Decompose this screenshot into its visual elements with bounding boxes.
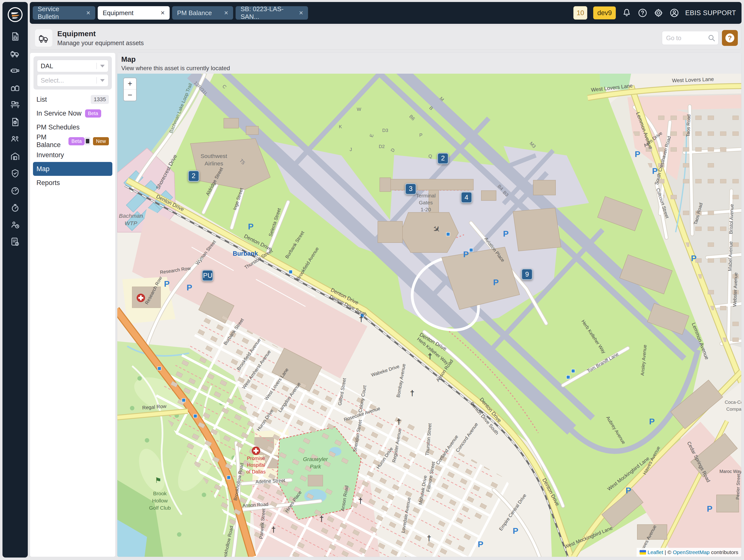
- new-badge: New: [93, 137, 109, 145]
- map-label: Peeler Street: [735, 474, 741, 500]
- map-viewport[interactable]: PPPPPPPPPPPPPP††††††††✈⚑ Denton DriveDen…: [117, 74, 741, 557]
- transit-stop-icon: [470, 248, 473, 252]
- asset-nav-panel: DAL Select... List1335In Service NowBeta…: [30, 52, 116, 557]
- map-label: Gates: [419, 200, 433, 206]
- records-icon[interactable]: [10, 236, 20, 247]
- engines-icon[interactable]: [10, 66, 20, 76]
- transit-stop-icon: [194, 414, 197, 418]
- count-badge: 1335: [91, 95, 109, 104]
- filter-box: DAL Select...: [34, 56, 112, 89]
- equipment-icon[interactable]: [10, 48, 20, 59]
- cluster-marker-9[interactable]: 9: [521, 269, 533, 280]
- parking-icon: P: [248, 222, 254, 231]
- attribution-copyright: ©: [668, 549, 671, 555]
- tab-close-icon[interactable]: ×: [80, 9, 90, 17]
- facility-select[interactable]: DAL: [37, 60, 108, 72]
- tab-service-bulletin[interactable]: Service Bulletin×: [33, 6, 95, 20]
- timers-icon[interactable]: [10, 202, 20, 213]
- map-card-header: Map View where this asset is currently l…: [117, 53, 741, 74]
- cluster-marker-3[interactable]: 3: [405, 183, 416, 195]
- service-bulletin-icon[interactable]: [10, 31, 20, 42]
- gauges-icon[interactable]: [10, 185, 20, 196]
- user-icon[interactable]: [669, 8, 679, 18]
- facilities-icon[interactable]: [10, 151, 20, 161]
- map-label: WTP: [124, 220, 137, 226]
- leaflet-link[interactable]: Leaflet: [647, 549, 663, 555]
- zoom-in-button[interactable]: +: [124, 78, 136, 89]
- tab-close-icon[interactable]: ×: [293, 9, 303, 17]
- gear-icon[interactable]: [654, 8, 663, 18]
- map-label: Hospital: [247, 462, 265, 468]
- rail-icon-list: [2, 31, 28, 247]
- zoom-out-button[interactable]: −: [124, 89, 136, 101]
- user-name[interactable]: EBIS SUPPORT: [685, 9, 736, 17]
- hospital-cross-icon: [252, 446, 260, 455]
- transit-stop-icon: [566, 375, 570, 379]
- sidebar-item-reports[interactable]: Reports: [33, 176, 112, 190]
- cluster-marker-4[interactable]: 4: [461, 192, 472, 203]
- sidebar-item-inventory[interactable]: Inventory: [33, 148, 112, 162]
- top-bar: Service Bulletin×Equipment×PM Balance×SB…: [30, 2, 742, 24]
- parking-icon: P: [478, 539, 483, 549]
- page-header: Equipment Manage your equipment assets ?: [30, 26, 742, 49]
- environment-badge[interactable]: dev9: [593, 6, 616, 20]
- map-label: Taos Road: [685, 114, 692, 137]
- help-icon[interactable]: [638, 8, 647, 18]
- tab-close-icon[interactable]: ×: [154, 9, 165, 17]
- attribution-suffix: contributors: [711, 549, 738, 555]
- page-title: Equipment: [57, 30, 96, 38]
- map-label: Grauwyler: [303, 456, 328, 462]
- sidebar-item-list[interactable]: List1335: [33, 92, 112, 106]
- map-label: Promise: [247, 456, 265, 461]
- app-root: Service Bulletin×Equipment×PM Balance×SB…: [0, 0, 744, 560]
- church-icon: †: [358, 496, 363, 505]
- parking-icon: P: [186, 283, 192, 292]
- sidebar-item-map[interactable]: Map: [33, 162, 112, 176]
- compliance-icon[interactable]: [10, 168, 20, 179]
- workstations-icon[interactable]: [10, 100, 20, 110]
- invoices-icon[interactable]: [10, 117, 20, 127]
- transit-stop-icon: [446, 232, 450, 236]
- cluster-marker-pu[interactable]: PU: [202, 270, 213, 281]
- map-canvas: PPPPPPPPPPPPPP††††††††✈⚑ Denton DriveDen…: [117, 74, 741, 557]
- transit-stop-icon: [571, 369, 575, 373]
- cluster-marker-2[interactable]: 2: [188, 171, 199, 182]
- parts-icon[interactable]: [10, 83, 20, 93]
- help-question-glyph: ?: [726, 34, 734, 42]
- church-icon: †: [397, 417, 401, 426]
- map-label: 1-20: [421, 207, 431, 212]
- transit-stop-icon: [158, 367, 161, 370]
- secondary-select[interactable]: Select...: [37, 74, 108, 86]
- notification-count-badge[interactable]: 10: [573, 6, 587, 20]
- secondary-select-placeholder: Select...: [41, 77, 64, 84]
- bell-icon[interactable]: [622, 8, 632, 18]
- tab-close-icon[interactable]: ×: [218, 9, 228, 17]
- sidebar-item-label: PM Schedules: [36, 123, 80, 131]
- tab-pm-balance[interactable]: PM Balance×: [172, 6, 233, 20]
- labor-icon[interactable]: [10, 220, 20, 230]
- app-logo-icon[interactable]: [7, 6, 23, 23]
- page-subtitle: Manage your equipment assets: [57, 39, 144, 47]
- sidebar-item-label: Map: [36, 165, 49, 173]
- equipment-icon: [35, 29, 52, 47]
- parking-icon: P: [635, 149, 640, 159]
- transit-stop-icon: [289, 270, 292, 273]
- tab-equipment[interactable]: Equipment×: [98, 6, 170, 20]
- personnel-icon[interactable]: [10, 134, 20, 144]
- map-label: W: [357, 107, 361, 112]
- tab-sb-0223-las-san[interactable]: SB: 0223-LAS-SAN...×: [235, 6, 308, 20]
- sidebar-item-in-service-now[interactable]: In Service NowBeta: [33, 106, 112, 120]
- facility-select-value: DAL: [41, 62, 53, 70]
- page-help-button[interactable]: ?: [722, 30, 738, 46]
- beta-badge: Beta: [69, 137, 84, 145]
- map-label: D2: [379, 144, 385, 149]
- cluster-marker-2[interactable]: 2: [437, 153, 449, 164]
- chevron-down-icon: [100, 79, 105, 82]
- map-label: Burbank: [233, 250, 258, 257]
- sidebar-item-pm-balance[interactable]: PM BalanceBetaNew: [33, 134, 112, 148]
- openstreetmap-link[interactable]: OpenStreetMap: [673, 549, 710, 555]
- sidebar-item-pm-schedules[interactable]: PM Schedules: [33, 120, 112, 134]
- church-icon: †: [427, 534, 431, 543]
- parking-icon: P: [164, 279, 170, 289]
- map-label: Mabel Avenue: [727, 241, 733, 271]
